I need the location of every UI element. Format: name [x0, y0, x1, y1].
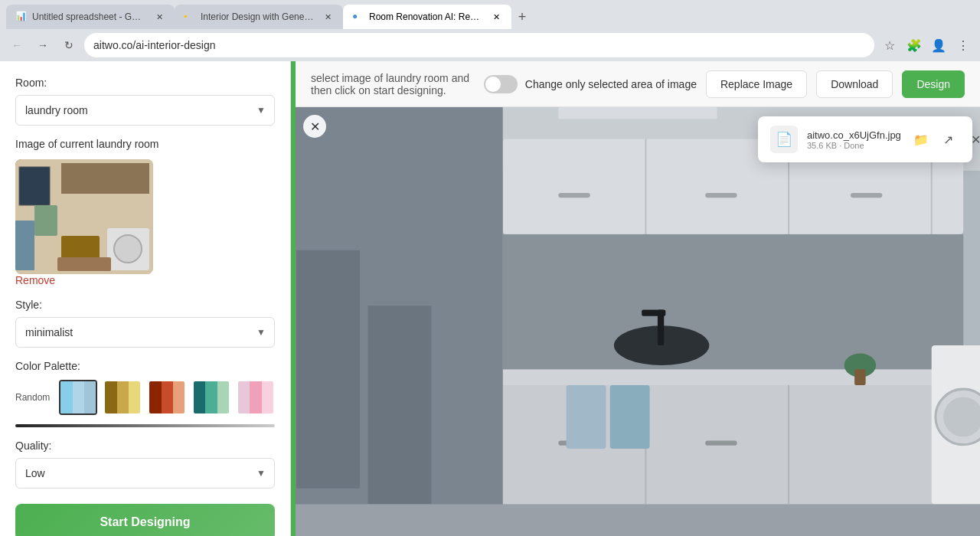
- svg-rect-39: [368, 306, 431, 504]
- svg-rect-7: [57, 257, 111, 271]
- download-button[interactable]: Download: [816, 70, 893, 98]
- right-panel: select image of laundry room and then cl…: [296, 61, 980, 536]
- toggle-container: Change only selected area of image: [484, 75, 697, 93]
- close-overlay-button[interactable]: ✕: [303, 115, 326, 138]
- palette-slider[interactable]: [15, 424, 275, 427]
- swatch-3-2: [162, 381, 173, 413]
- palette-5[interactable]: [237, 380, 275, 415]
- right-top-bar: select image of laundry room and then cl…: [296, 61, 980, 107]
- svg-rect-19: [503, 369, 963, 385]
- browser-chrome: 📊 Untitled spreadsheet - Goo... ✕ ▪ Inte…: [0, 0, 980, 61]
- browser-actions: ☆ 🧩 👤 ⋮: [879, 34, 974, 56]
- room-label: Room:: [15, 77, 275, 89]
- profile-button[interactable]: 👤: [928, 34, 949, 56]
- room-image-svg: [15, 159, 153, 274]
- swatch-3-3: [173, 381, 185, 413]
- quality-section: Quality: Low Medium High ▼: [15, 440, 275, 489]
- room-dropdown[interactable]: laundry room bedroom living room kitchen…: [15, 95, 275, 126]
- url-text: aitwo.co/ai-interior-design: [93, 39, 216, 51]
- svg-rect-41: [558, 107, 717, 119]
- random-label: Random: [15, 392, 50, 403]
- tab-favicon-renovation: ●: [352, 11, 364, 23]
- url-bar[interactable]: aitwo.co/ai-interior-design: [84, 33, 874, 57]
- quality-label: Quality:: [15, 440, 275, 452]
- svg-rect-40: [296, 505, 980, 536]
- download-popup-file-icon: 📄: [770, 126, 798, 153]
- forward-button[interactable]: →: [32, 34, 54, 56]
- tab-close-interior[interactable]: ✕: [322, 11, 334, 23]
- svg-rect-31: [854, 369, 866, 385]
- palette-3[interactable]: [148, 380, 186, 415]
- extensions-button[interactable]: 🧩: [903, 34, 925, 56]
- room-section: Room: laundry room bedroom living room k…: [15, 77, 275, 126]
- palette-1[interactable]: [59, 380, 97, 415]
- image-section-label: Image of current laundry room: [15, 138, 275, 150]
- palette-2[interactable]: [103, 380, 142, 415]
- download-popup-info: aitwo.co_x6UjGfn.jpg 35.6 KB · Done: [807, 129, 901, 150]
- reload-button[interactable]: ↻: [58, 34, 80, 56]
- svg-point-5: [114, 235, 142, 263]
- tab-interior[interactable]: ▪ Interior Design with Generati... ✕: [175, 5, 343, 29]
- swatch-5-2: [250, 381, 261, 413]
- download-popup: 📄 aitwo.co_x6UjGfn.jpg 35.6 KB · Done 📁 …: [758, 116, 972, 162]
- tab-spreadsheet[interactable]: 📊 Untitled spreadsheet - Goo... ✕: [6, 5, 175, 29]
- new-tab-button[interactable]: +: [511, 6, 533, 28]
- tab-close-renovation[interactable]: ✕: [490, 11, 502, 23]
- tab-title-interior: Interior Design with Generati...: [201, 11, 314, 22]
- download-popup-folder-button[interactable]: 📁: [910, 129, 932, 150]
- main-image-area: ✕: [296, 107, 980, 536]
- style-dropdown[interactable]: minimalist modern classic: [15, 317, 275, 348]
- svg-rect-8: [34, 205, 57, 236]
- replace-image-button[interactable]: Replace Image: [706, 70, 807, 98]
- bookmark-button[interactable]: ☆: [879, 34, 900, 56]
- swatch-1-1: [60, 381, 72, 413]
- svg-rect-9: [15, 221, 34, 270]
- swatch-5-3: [262, 381, 273, 413]
- top-bar-instruction-text: select image of laundry room and then cl…: [311, 72, 475, 96]
- swatch-2-2: [117, 381, 129, 413]
- room-dropdown-wrapper: laundry room bedroom living room kitchen…: [15, 95, 275, 126]
- swatch-4-2: [205, 381, 217, 413]
- swatch-5-1: [238, 381, 250, 413]
- rendered-room-image: [296, 107, 980, 536]
- svg-rect-33: [610, 385, 650, 449]
- room-image: [15, 159, 153, 274]
- svg-rect-17: [705, 193, 737, 198]
- settings-button[interactable]: ⋮: [952, 34, 974, 56]
- swatch-2-3: [129, 381, 140, 413]
- tab-favicon-interior: ▪: [184, 11, 196, 23]
- svg-rect-26: [503, 234, 963, 369]
- svg-rect-3: [61, 163, 149, 194]
- download-popup-close-button[interactable]: ✕: [965, 129, 980, 150]
- style-label: Style:: [15, 299, 275, 311]
- svg-rect-1: [19, 167, 50, 205]
- svg-rect-32: [567, 385, 606, 449]
- left-panel: Room: laundry room bedroom living room k…: [0, 61, 291, 536]
- address-bar: ← → ↻ aitwo.co/ai-interior-design ☆ 🧩 👤 …: [0, 29, 980, 61]
- quality-dropdown[interactable]: Low Medium High: [15, 458, 275, 489]
- svg-rect-24: [705, 441, 737, 446]
- tab-title-spreadsheet: Untitled spreadsheet - Goo...: [32, 11, 145, 22]
- style-dropdown-wrapper: minimalist modern classic ▼: [15, 317, 275, 348]
- image-section: Image of current laundry room: [15, 138, 275, 286]
- tab-title-renovation: Room Renovation AI: Renova...: [369, 11, 482, 22]
- tab-renovation[interactable]: ● Room Renovation AI: Renova... ✕: [343, 5, 511, 29]
- swatch-2-1: [105, 381, 116, 413]
- swatch-1-2: [73, 381, 84, 413]
- area-toggle[interactable]: [484, 75, 518, 93]
- download-popup-actions: 📁 ↗ ✕: [910, 129, 980, 150]
- design-button[interactable]: Design: [902, 70, 965, 98]
- swatch-4-1: [194, 381, 205, 413]
- svg-rect-16: [558, 193, 590, 198]
- start-designing-button[interactable]: Start Designing: [15, 504, 275, 536]
- tab-close-spreadsheet[interactable]: ✕: [153, 11, 165, 23]
- quality-dropdown-wrapper: Low Medium High ▼: [15, 458, 275, 489]
- remove-button[interactable]: Remove: [15, 274, 55, 286]
- palette-4[interactable]: [192, 380, 230, 415]
- tab-bar: 📊 Untitled spreadsheet - Goo... ✕ ▪ Inte…: [0, 0, 980, 29]
- swatch-1-3: [84, 381, 96, 413]
- swatch-3-1: [149, 381, 161, 413]
- back-button[interactable]: ←: [6, 34, 28, 56]
- download-popup-open-button[interactable]: ↗: [938, 129, 959, 150]
- color-palette-row: Random: [15, 380, 275, 415]
